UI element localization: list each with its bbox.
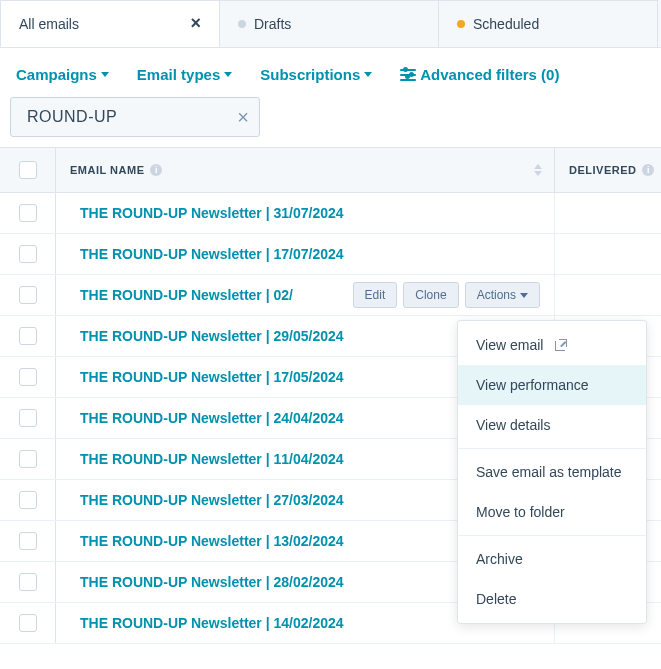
filter-bar: Campaigns Email types Subscriptions Adva… <box>0 48 661 97</box>
th-delivered[interactable]: DELIVERED i <box>555 148 661 192</box>
td-name: THE ROUND-UP Newsletter | 31/07/2024 <box>56 193 555 233</box>
td-check <box>0 521 56 561</box>
chevron-down-icon <box>520 293 528 298</box>
email-name-link[interactable]: THE ROUND-UP Newsletter | 24/04/2024 <box>80 410 344 426</box>
td-check <box>0 480 56 520</box>
email-name-link[interactable]: THE ROUND-UP Newsletter | 17/07/2024 <box>80 246 344 262</box>
email-name-link[interactable]: THE ROUND-UP Newsletter | 17/05/2024 <box>80 369 344 385</box>
table-header: EMAIL NAME i DELIVERED i <box>0 148 661 193</box>
dropdown-separator <box>458 448 646 449</box>
sort-icon[interactable] <box>534 164 542 176</box>
search-wrap: × <box>0 97 661 147</box>
chevron-down-icon <box>101 72 109 77</box>
chevron-down-icon <box>224 72 232 77</box>
td-check <box>0 316 56 356</box>
search-input[interactable] <box>27 108 237 126</box>
email-name-link[interactable]: THE ROUND-UP Newsletter | 11/04/2024 <box>80 451 344 467</box>
table-row: THE ROUND-UP Newsletter | 31/07/2024 <box>0 193 661 234</box>
td-name: THE ROUND-UP Newsletter | 17/07/2024 <box>56 234 555 274</box>
email-name-link[interactable]: THE ROUND-UP Newsletter | 14/02/2024 <box>80 615 344 631</box>
td-check <box>0 603 56 643</box>
filter-email-types[interactable]: Email types <box>137 66 232 83</box>
email-name-link[interactable]: THE ROUND-UP Newsletter | 29/05/2024 <box>80 328 344 344</box>
td-check <box>0 275 56 315</box>
status-dot-icon <box>238 20 246 28</box>
dropdown-item[interactable]: Delete <box>458 579 646 619</box>
filter-subscriptions[interactable]: Subscriptions <box>260 66 372 83</box>
th-select-all <box>0 148 56 192</box>
row-checkbox[interactable] <box>19 409 37 427</box>
tab-scheduled[interactable]: Scheduled <box>438 0 658 47</box>
tab-label: Scheduled <box>473 16 539 32</box>
email-tabs: All emails × Drafts Scheduled <box>0 0 661 48</box>
dropdown-item[interactable]: Move to folder <box>458 492 646 532</box>
row-checkbox[interactable] <box>19 245 37 263</box>
clear-icon[interactable]: × <box>237 107 249 127</box>
row-checkbox[interactable] <box>19 327 37 345</box>
row-checkbox[interactable] <box>19 286 37 304</box>
edit-button[interactable]: Edit <box>353 282 398 308</box>
row-checkbox[interactable] <box>19 491 37 509</box>
email-name-link[interactable]: THE ROUND-UP Newsletter | 27/03/2024 <box>80 492 344 508</box>
filter-campaigns[interactable]: Campaigns <box>16 66 109 83</box>
info-icon[interactable]: i <box>150 164 162 176</box>
table-row: THE ROUND-UP Newsletter | 02/EditCloneAc… <box>0 275 661 316</box>
td-check <box>0 234 56 274</box>
clone-button[interactable]: Clone <box>403 282 458 308</box>
dropdown-item[interactable]: View performance <box>458 365 646 405</box>
dropdown-separator <box>458 535 646 536</box>
td-check <box>0 562 56 602</box>
email-name-link[interactable]: THE ROUND-UP Newsletter | 02/ <box>80 287 293 303</box>
email-name-link[interactable]: THE ROUND-UP Newsletter | 28/02/2024 <box>80 574 344 590</box>
td-delivered <box>555 193 661 233</box>
actions-button[interactable]: Actions <box>465 282 540 308</box>
td-delivered <box>555 275 661 315</box>
tab-label: All emails <box>19 16 79 32</box>
select-all-checkbox[interactable] <box>19 161 37 179</box>
email-name-link[interactable]: THE ROUND-UP Newsletter | 31/07/2024 <box>80 205 344 221</box>
info-icon[interactable]: i <box>642 164 654 176</box>
dropdown-item[interactable]: View details <box>458 405 646 445</box>
row-checkbox[interactable] <box>19 368 37 386</box>
email-name-link[interactable]: THE ROUND-UP Newsletter | 13/02/2024 <box>80 533 344 549</box>
dropdown-item[interactable]: Save email as template <box>458 452 646 492</box>
dropdown-item[interactable]: View email <box>458 325 646 365</box>
actions-dropdown: View emailView performanceView detailsSa… <box>457 320 647 624</box>
tab-label: Drafts <box>254 16 291 32</box>
row-checkbox[interactable] <box>19 532 37 550</box>
filter-advanced[interactable]: Advanced filters (0) <box>400 66 559 83</box>
td-name: THE ROUND-UP Newsletter | 02/EditCloneAc… <box>56 275 555 315</box>
td-check <box>0 193 56 233</box>
external-link-icon <box>555 339 567 351</box>
th-email-name[interactable]: EMAIL NAME i <box>56 148 555 192</box>
td-check <box>0 439 56 479</box>
sliders-icon <box>400 69 416 81</box>
td-check <box>0 357 56 397</box>
status-dot-icon <box>457 20 465 28</box>
tab-all-emails[interactable]: All emails × <box>0 0 220 47</box>
table-row: THE ROUND-UP Newsletter | 17/07/2024 <box>0 234 661 275</box>
dropdown-item[interactable]: Archive <box>458 539 646 579</box>
td-check <box>0 398 56 438</box>
close-icon[interactable]: × <box>190 13 201 34</box>
chevron-down-icon <box>364 72 372 77</box>
search-box: × <box>10 97 260 137</box>
row-checkbox[interactable] <box>19 573 37 591</box>
tab-drafts[interactable]: Drafts <box>219 0 439 47</box>
row-checkbox[interactable] <box>19 204 37 222</box>
td-delivered <box>555 234 661 274</box>
row-checkbox[interactable] <box>19 614 37 632</box>
row-actions: EditCloneActions <box>353 282 540 308</box>
row-checkbox[interactable] <box>19 450 37 468</box>
